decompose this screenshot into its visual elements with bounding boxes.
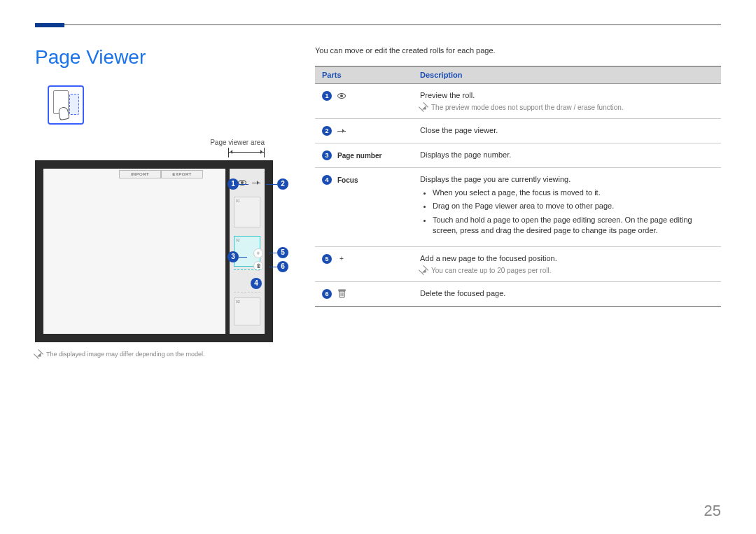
add-page-icon: + xyxy=(253,248,263,258)
model-note-text: The displayed image may differ depending… xyxy=(46,351,204,358)
table-row: 1 Preview the roll. The preview mode doe… xyxy=(315,84,721,119)
page-thumb-3: 03 xyxy=(234,297,260,325)
table-row: 6 Delete the focused page. xyxy=(315,281,721,306)
measure-indicator xyxy=(35,148,273,157)
note-pencil-icon xyxy=(419,265,428,274)
note-pencil-icon xyxy=(34,349,43,359)
arrow-right-icon xyxy=(337,131,346,132)
svg-rect-1 xyxy=(338,290,344,291)
trash-icon xyxy=(337,290,346,298)
import-export-bar: IMPORT EXPORT xyxy=(119,170,203,178)
row4-desc: Displays the page you are currently view… xyxy=(420,175,714,183)
svg-rect-0 xyxy=(339,291,344,297)
eye-icon xyxy=(337,93,346,99)
page-title: Page Viewer xyxy=(35,46,273,69)
row2-num: 2 xyxy=(322,126,332,136)
table-row: 5 + Add a new page to the focused positi… xyxy=(315,246,721,281)
row4-label: Focus xyxy=(337,176,358,184)
page-thumb-1: 01 xyxy=(234,197,260,227)
row2-desc: Close the page viewer. xyxy=(413,119,721,143)
row5-num: 5 xyxy=(322,254,332,264)
row3-num: 3 xyxy=(322,150,332,160)
row5-desc: Add a new page to the focused position. xyxy=(420,254,714,262)
row1-note: The preview mode does not support the dr… xyxy=(431,104,624,111)
row6-num: 6 xyxy=(322,289,332,299)
plus-icon: + xyxy=(337,255,346,263)
callout-5: 5 xyxy=(277,247,288,258)
row4-num: 4 xyxy=(322,175,332,185)
row3-desc: Displays the page number. xyxy=(413,143,721,168)
callout-4: 4 xyxy=(251,278,262,289)
import-label: IMPORT xyxy=(119,170,161,178)
callout-3: 3 xyxy=(227,251,239,262)
page-viewer-area-label: Page viewer area xyxy=(35,139,273,146)
export-label: EXPORT xyxy=(161,170,203,178)
row4-b1: When you select a page, the focus is mov… xyxy=(433,188,714,198)
parts-table: Parts Description 1 Preview the xyxy=(315,66,721,307)
table-row: 2 Close the page viewer. xyxy=(315,119,721,143)
callout-6: 6 xyxy=(277,261,288,272)
th-description: Description xyxy=(413,66,721,84)
row4-b2: Drag on the Page viewer area to move to … xyxy=(433,201,714,211)
row4-b3: Touch and hold a page to open the page e… xyxy=(433,215,714,237)
close-arrow-icon xyxy=(252,183,260,183)
touch-gesture-icon xyxy=(48,85,84,125)
table-row: 3 Page number Displays the page number. xyxy=(315,143,721,168)
callout-2: 2 xyxy=(277,178,288,190)
row3-label: Page number xyxy=(337,152,382,160)
model-note: The displayed image may differ depending… xyxy=(35,351,273,358)
intro-text: You can move or edit the created rolls f… xyxy=(315,46,721,55)
note-pencil-icon xyxy=(419,102,428,112)
row1-desc: Preview the roll. xyxy=(420,91,714,99)
row6-desc: Delete the focused page. xyxy=(413,281,721,306)
callout-1: 1 xyxy=(227,178,239,190)
row5-note: You can create up to 20 pages per roll. xyxy=(431,267,551,274)
th-parts: Parts xyxy=(315,66,413,84)
page-number: 25 xyxy=(704,502,721,520)
row1-num: 1 xyxy=(322,91,332,101)
table-row: 4 Focus Displays the page you are curren… xyxy=(315,168,721,247)
top-rule xyxy=(35,24,721,25)
